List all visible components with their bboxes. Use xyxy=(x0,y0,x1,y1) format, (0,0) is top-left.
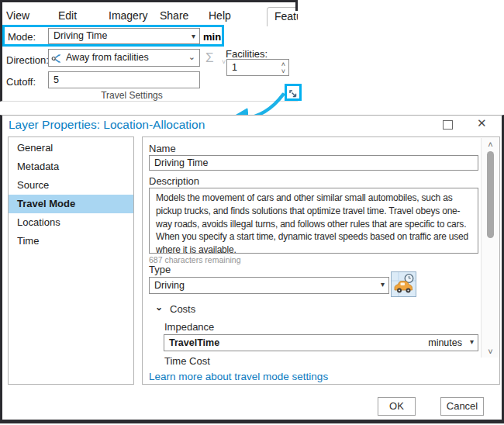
learn-more-link[interactable]: Learn more about travel mode settings xyxy=(149,371,328,382)
description-textarea[interactable]: Models the movement of cars and other si… xyxy=(149,188,478,254)
away-from-facilities-icon xyxy=(51,53,63,64)
scrollbar-thumb[interactable] xyxy=(487,151,494,238)
impedance-field[interactable]: TravelTime minutes ▾ xyxy=(164,334,478,351)
dialog-sidebar: General Metadata Source Travel Mode Loca… xyxy=(8,136,134,385)
spinner-down-icon[interactable]: ˅ xyxy=(281,68,285,75)
sidebar-item-time[interactable]: Time xyxy=(9,232,133,251)
menu-item-imagery[interactable]: Imagery xyxy=(109,9,148,22)
type-dropdown[interactable]: Driving ▾ xyxy=(149,277,389,294)
cutoff-value: 5 xyxy=(54,74,59,85)
mode-unit-label: min xyxy=(203,31,221,43)
impedance-units-dropdown[interactable]: minutes xyxy=(428,335,462,351)
facilities-input[interactable]: 1 ˄ ˅ xyxy=(226,59,289,76)
facilities-value: 1 xyxy=(232,62,237,73)
layer-properties-dialog: Layer Properties: Location-Allocation ✕ … xyxy=(0,115,504,423)
screenshot-stage: View Edit Imagery Share Help Featu Mode:… xyxy=(0,0,504,425)
screenshot-edge xyxy=(295,2,298,11)
chevron-down-icon: ⌄ xyxy=(188,49,195,65)
description-label: Description xyxy=(149,175,199,187)
scroll-viewport: Name Driving Time Description Models the… xyxy=(143,137,481,367)
facilities-label: Facilities: xyxy=(226,48,268,60)
impedance-value: TravelTime xyxy=(169,337,219,348)
type-label: Type xyxy=(149,264,171,275)
impedance-label: Impedance xyxy=(164,321,214,333)
close-button[interactable]: ✕ xyxy=(477,116,487,130)
dropdown-caret-icon: ▾ xyxy=(381,277,385,292)
sidebar-item-general[interactable]: General xyxy=(9,139,133,157)
menu-item-share[interactable]: Share xyxy=(160,9,188,22)
cutoff-input[interactable]: 5 xyxy=(48,71,200,88)
mode-label: Mode: xyxy=(8,31,36,43)
scroll-up-button[interactable]: ˄ xyxy=(482,140,499,149)
scroll-down-button[interactable]: ˅ xyxy=(482,347,499,356)
direction-label: Direction: xyxy=(6,54,49,66)
cutoff-label: Cutoff: xyxy=(6,76,36,88)
menu-item-help[interactable]: Help xyxy=(209,9,231,22)
travel-mode-pane: Name Driving Time Description Models the… xyxy=(142,136,500,385)
statistics-sum-icon[interactable]: Σ xyxy=(205,50,214,66)
launcher-highlight xyxy=(285,84,302,101)
driving-mode-icon-button[interactable] xyxy=(391,271,416,297)
costs-collapse-icon[interactable]: ⌄ xyxy=(155,302,163,313)
mode-value: Driving Time xyxy=(54,30,107,41)
sidebar-item-locations[interactable]: Locations xyxy=(9,213,133,232)
direction-value: Away from facilities xyxy=(66,52,149,63)
direction-dropdown[interactable]: Away from facilities ⌄ xyxy=(48,49,200,67)
dropdown-caret-icon: ▾ xyxy=(470,334,474,350)
mode-dropdown[interactable]: Driving Time ▾ xyxy=(48,28,200,44)
sidebar-item-metadata[interactable]: Metadata xyxy=(9,157,133,176)
name-input[interactable]: Driving Time xyxy=(149,155,478,171)
sidebar-item-source[interactable]: Source xyxy=(9,176,133,195)
vertical-scrollbar[interactable]: ˄ ˅ xyxy=(481,138,499,358)
time-cost-label: Time Cost xyxy=(164,355,210,367)
dialog-launcher-button[interactable] xyxy=(288,88,298,97)
travel-settings-group-label: Travel Settings xyxy=(93,90,171,101)
name-label: Name xyxy=(149,143,176,154)
menu-item-edit[interactable]: Edit xyxy=(58,9,77,22)
tab-feature-layer[interactable]: Featu xyxy=(267,7,298,26)
ok-button[interactable]: OK xyxy=(378,397,416,416)
car-clock-icon xyxy=(392,285,416,299)
dialog-title: Layer Properties: Location-Allocation xyxy=(9,118,205,132)
menu-item-view[interactable]: View xyxy=(6,9,29,22)
maximize-icon xyxy=(443,120,453,130)
costs-section-label: Costs xyxy=(170,303,195,315)
dropdown-caret-icon: ▾ xyxy=(192,28,195,43)
type-value: Driving xyxy=(154,280,185,291)
cancel-button[interactable]: Cancel xyxy=(440,397,484,416)
sidebar-item-travel-mode[interactable]: Travel Mode xyxy=(9,195,133,213)
maximize-button[interactable] xyxy=(443,119,453,132)
name-value: Driving Time xyxy=(154,157,208,168)
